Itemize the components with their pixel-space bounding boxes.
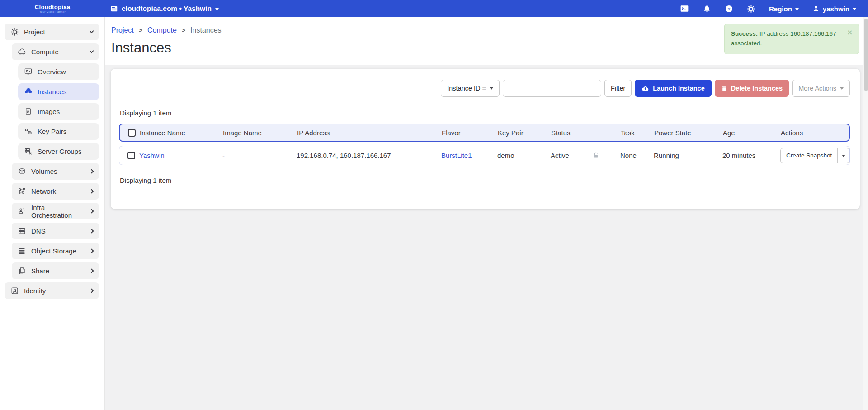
column-header-ip-address[interactable]: IP Address bbox=[297, 129, 442, 137]
breadcrumb-compute-link[interactable]: Compute bbox=[147, 26, 177, 34]
delete-instances-label: Delete Instances bbox=[731, 85, 783, 92]
sidebar-item-label: Instances bbox=[38, 88, 66, 95]
status-value: Active bbox=[551, 152, 569, 159]
column-header-key-pair[interactable]: Key Pair bbox=[498, 129, 551, 137]
caret-down-icon bbox=[795, 8, 799, 10]
chevron-right-icon bbox=[90, 169, 94, 174]
filter-field-label: Instance ID = bbox=[447, 85, 486, 92]
chevron-right-icon bbox=[90, 289, 94, 293]
breadcrumb-separator: > bbox=[182, 27, 185, 34]
user-label: yashwin bbox=[823, 5, 849, 13]
cloud-upload-icon bbox=[642, 85, 649, 92]
brand-name: Cloudtopiaa bbox=[35, 4, 70, 10]
instances-card: Instance ID = Filter Launch Instance bbox=[111, 69, 860, 209]
filter-button[interactable]: Filter bbox=[604, 80, 632, 97]
filter-button-label: Filter bbox=[611, 85, 625, 92]
help-button[interactable]: ? bbox=[725, 5, 733, 13]
sidebar-item-instances[interactable]: Instances bbox=[18, 83, 99, 100]
server-stack-icon bbox=[18, 227, 26, 235]
breadcrumb-project-link[interactable]: Project bbox=[111, 26, 134, 34]
sidebar-item-label: Server Groups bbox=[38, 148, 82, 155]
sidebar-item-overview[interactable]: Overview bbox=[18, 63, 99, 80]
caret-down-icon bbox=[490, 87, 493, 90]
sidebar-item-dns[interactable]: DNS bbox=[12, 223, 99, 239]
project-context-switcher[interactable]: cloudtopiaa.com • Yashwin bbox=[110, 5, 219, 13]
sidebar-item-label: DNS bbox=[31, 227, 46, 235]
column-header-power-state[interactable]: Power State bbox=[654, 129, 723, 137]
column-header-task[interactable]: Task bbox=[621, 129, 654, 137]
flavor-link[interactable]: BurstLite1 bbox=[441, 152, 497, 159]
column-header-instance-name[interactable]: Instance Name bbox=[140, 129, 223, 137]
sidebar-item-label: Identity bbox=[24, 287, 46, 295]
svg-text:?: ? bbox=[727, 6, 730, 11]
sidebar-item-share[interactable]: Share bbox=[12, 262, 99, 279]
select-all-checkbox[interactable] bbox=[128, 129, 136, 137]
document-icon bbox=[24, 107, 33, 116]
filter-input[interactable] bbox=[503, 80, 601, 97]
status-cell: Active bbox=[551, 152, 620, 159]
brand-tagline: Your Cloud Partner bbox=[39, 10, 66, 13]
chevron-down-icon bbox=[90, 49, 94, 53]
brand-logo[interactable]: Cloudtopiaa Your Cloud Partner bbox=[0, 4, 105, 13]
user-menu-dropdown[interactable]: yashwin bbox=[812, 5, 856, 13]
gear-icon bbox=[10, 28, 19, 36]
chevron-right-icon bbox=[90, 209, 94, 214]
sidebar-item-infra-orchestration[interactable]: Infra Orchestration bbox=[12, 203, 99, 219]
column-header-flavor[interactable]: Flavor bbox=[442, 129, 498, 137]
sidebar-item-identity[interactable]: Identity bbox=[5, 282, 99, 299]
sidebar-item-key-pairs[interactable]: Key Pairs bbox=[18, 123, 99, 140]
content-area: Instance ID = Filter Launch Instance bbox=[105, 65, 868, 410]
sidebar-item-label: Object Storage bbox=[31, 247, 76, 255]
more-actions-button[interactable]: More Actions bbox=[792, 80, 850, 97]
server-group-icon bbox=[24, 147, 33, 156]
sidebar-nav: Project Compute Overview Instances bbox=[0, 17, 105, 410]
list-bars-icon bbox=[18, 247, 26, 255]
row-actions-dropdown-toggle[interactable] bbox=[837, 148, 849, 163]
chevron-right-icon bbox=[90, 269, 94, 273]
cube-icon bbox=[18, 167, 26, 176]
breadcrumb-current: Instances bbox=[190, 26, 221, 34]
region-dropdown[interactable]: Region bbox=[769, 5, 799, 13]
caret-down-icon bbox=[853, 8, 856, 10]
actions-cell: Create Snapshot bbox=[780, 148, 849, 163]
chevron-right-icon bbox=[90, 229, 94, 234]
sidebar-item-label: Network bbox=[31, 187, 56, 195]
page-scrollbar[interactable] bbox=[863, 17, 868, 410]
column-header-status[interactable]: Status bbox=[551, 129, 621, 137]
navbar-actions: ? Region bbox=[680, 4, 868, 13]
sidebar-item-server-groups[interactable]: Server Groups bbox=[18, 143, 99, 160]
create-snapshot-button[interactable]: Create Snapshot bbox=[780, 148, 849, 163]
key-lock-icon bbox=[24, 127, 33, 136]
main-content: Project > Compute > Instances Instances … bbox=[105, 17, 868, 410]
domain-list-icon bbox=[110, 5, 118, 13]
chevron-right-icon bbox=[90, 189, 94, 194]
console-button[interactable] bbox=[680, 4, 689, 13]
network-nodes-icon bbox=[18, 187, 26, 195]
column-header-age[interactable]: Age bbox=[723, 129, 781, 137]
delete-instances-button[interactable]: Delete Instances bbox=[715, 80, 789, 97]
sidebar-item-images[interactable]: Images bbox=[18, 103, 99, 120]
task-cell: None bbox=[620, 152, 654, 159]
sidebar-item-network[interactable]: Network bbox=[12, 183, 99, 200]
alert-text: Success: IP address 160.187.166.167 asso… bbox=[731, 29, 844, 48]
filter-field-select[interactable]: Instance ID = bbox=[441, 80, 500, 97]
sidebar-item-label: Compute bbox=[31, 48, 59, 56]
sidebar-item-object-storage[interactable]: Object Storage bbox=[12, 243, 99, 259]
launch-instance-button[interactable]: Launch Instance bbox=[635, 80, 711, 97]
instance-name-link[interactable]: Yashwin bbox=[139, 152, 222, 159]
sidebar-item-label: Overview bbox=[38, 68, 66, 76]
close-icon[interactable]: × bbox=[844, 29, 852, 48]
sidebar-item-label: Images bbox=[38, 108, 60, 115]
table-header-row: Instance Name Image Name IP Address Flav… bbox=[119, 124, 850, 142]
sidebar-item-project[interactable]: Project bbox=[5, 24, 99, 40]
displaying-count-bottom: Displaying 1 item bbox=[119, 172, 850, 189]
settings-gear-button[interactable] bbox=[747, 5, 755, 13]
table-toolbar: Instance ID = Filter Launch Instance bbox=[119, 80, 850, 97]
scrollbar-thumb[interactable] bbox=[864, 19, 868, 91]
sidebar-item-compute[interactable]: Compute bbox=[12, 43, 99, 60]
lock-open-icon bbox=[593, 152, 599, 159]
notifications-bell-button[interactable] bbox=[703, 5, 711, 13]
row-checkbox[interactable] bbox=[127, 152, 135, 159]
sidebar-item-volumes[interactable]: Volumes bbox=[12, 163, 99, 180]
column-header-image-name[interactable]: Image Name bbox=[223, 129, 297, 137]
